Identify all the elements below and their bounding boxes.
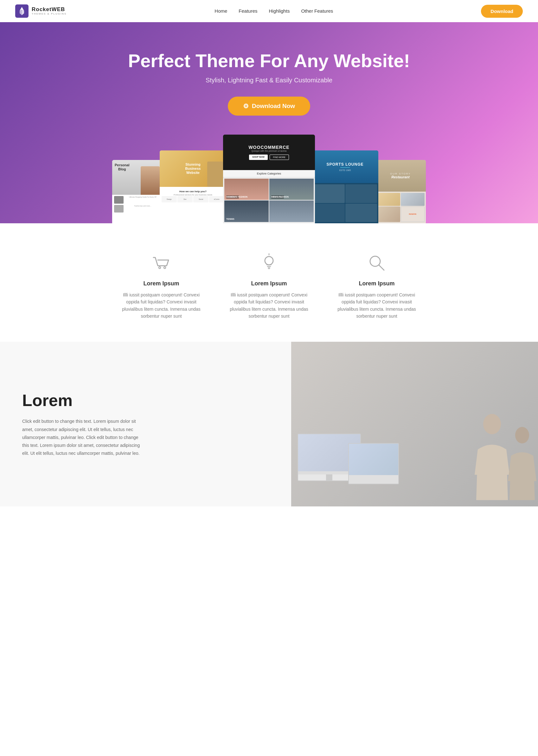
search-icon — [366, 252, 388, 274]
feature-title-2: Lorem Ipsum — [336, 280, 418, 287]
hero-download-button[interactable]: ⚙ Download Now — [228, 97, 310, 116]
lorem-body: Click edit button to change this text. L… — [22, 418, 142, 457]
feature-item-1: Lorem Ipsum Illli iussit postquam cooper… — [228, 252, 310, 320]
nav-links: Home Features Highlights Other Features — [214, 8, 333, 14]
feature-item-0: Lorem Ipsum Illli iussit postquam cooper… — [120, 252, 202, 320]
logo-icon — [15, 4, 28, 18]
svg-point-9 — [515, 427, 529, 443]
cart-icon — [150, 252, 172, 274]
monitor-2-prop — [348, 443, 399, 484]
feature-title-0: Lorem Ipsum — [120, 280, 202, 287]
brand-title: RocketWEB — [32, 7, 67, 13]
hero-title: Perfect Theme For Any Website! — [13, 51, 525, 71]
bulb-icon — [258, 252, 280, 274]
wordpress-icon: ⚙ — [243, 102, 249, 110]
brand-subtitle: THEMES & PLUGINS — [32, 13, 67, 16]
feature-title-1: Lorem Ipsum — [228, 280, 310, 287]
feature-item-2: Lorem Ipsum Illli iussit postquam cooper… — [336, 252, 418, 320]
feature-text-1: Illli iussit postquam cooperunt! Convexi… — [228, 291, 310, 320]
logo[interactable]: RocketWEB THEMES & PLUGINS — [15, 4, 67, 18]
person-silhouette-2 — [506, 424, 538, 506]
screenshot-woocommerce: WOOCOMMERCE Quisque with the premium ut … — [223, 134, 315, 223]
hero-section: Perfect Theme For Any Website! Stylish, … — [0, 22, 538, 223]
nav-other-features[interactable]: Other Features — [301, 8, 333, 14]
nav-download-button[interactable]: Download — [481, 5, 523, 18]
navbar: RocketWEB THEMES & PLUGINS Home Features… — [0, 0, 538, 22]
feature-text-0: Illli iussit postquam cooperunt! Convexi… — [120, 291, 202, 320]
features-section: Lorem Ipsum Illli iussit postquam cooper… — [0, 223, 538, 342]
lorem-office-image — [291, 342, 538, 506]
personal-blog-label: PersonalBlog — [115, 163, 129, 171]
lorem-section: Lorem Click edit button to change this t… — [0, 342, 538, 506]
screenshot-restaurant: OUR STORY Restaurant RESERVE — [375, 160, 426, 223]
svg-point-1 — [159, 267, 161, 269]
hero-subtitle: Stylish, Lightning Fast & Easily Customi… — [13, 76, 525, 84]
lorem-text-area: Lorem Click edit button to change this t… — [0, 342, 291, 506]
screenshot-sports: SPORTS LOUNGE ESTD 1985 — [312, 150, 378, 223]
screenshots-strip: PersonalBlog Ultimate Shopping Guide For… — [13, 134, 525, 223]
svg-point-8 — [483, 414, 501, 434]
nav-home[interactable]: Home — [214, 8, 227, 14]
svg-line-7 — [379, 265, 384, 270]
lorem-heading: Lorem — [22, 391, 269, 410]
screenshot-personal-blog: PersonalBlog Ultimate Shopping Guide For… — [112, 160, 163, 223]
nav-features[interactable]: Features — [239, 8, 257, 14]
svg-point-3 — [265, 257, 273, 265]
svg-point-2 — [164, 267, 166, 269]
feature-text-2: Illli iussit postquam cooperunt! Convexi… — [336, 291, 418, 320]
screenshot-business: StunningBusinessWebsite How we can help … — [160, 150, 226, 223]
nav-highlights[interactable]: Highlights — [269, 8, 290, 14]
